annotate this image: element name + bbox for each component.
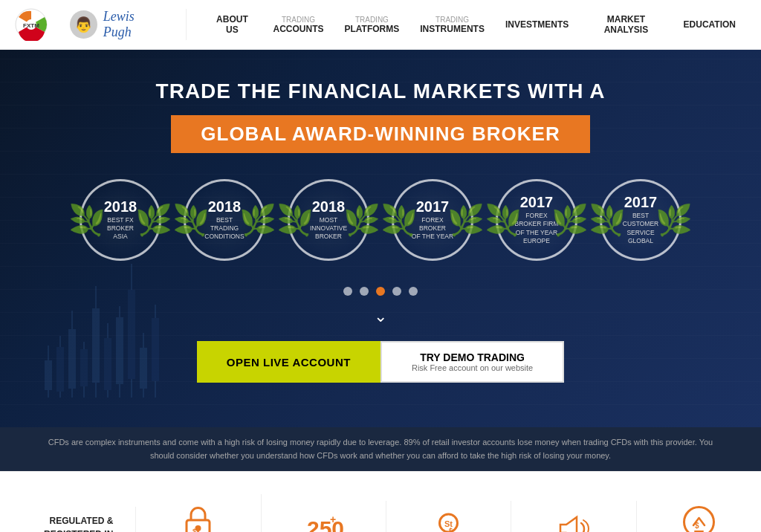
demo-button-sublabel: Risk Free account on our website <box>412 363 533 372</box>
svg-text:250: 250 <box>307 516 344 532</box>
feature-safety: $ SAFETY & SECURITY OFFUNDS <box>136 494 261 532</box>
feature-deposits: $ FREE DEPOSITS & FASTWITHDRAWALS <box>637 494 761 532</box>
svg-text:FXTM: FXTM <box>23 22 39 29</box>
account-types-icon: St ¢ <box>428 508 469 532</box>
lock-icon: $ <box>178 502 218 532</box>
slider-dot-1[interactable] <box>343 287 352 296</box>
svg-text:$: $ <box>695 522 699 530</box>
svg-text:¢: ¢ <box>449 526 453 532</box>
fxtm-logo-icon: FXTM <box>15 8 48 41</box>
hero-title: TRADE THE FINANCIAL MARKETS WITH A <box>156 80 606 103</box>
feature-regulated: REGULATED &REGISTERED IN MULTIPLEGLOBAL … <box>0 507 136 532</box>
megaphone-icon <box>553 508 594 532</box>
nav-about[interactable]: ABOUT US <box>201 0 262 50</box>
award-2017-customer-service: 2017 BESTCUSTOMERSERVICEGLOBAL <box>596 175 685 265</box>
award-2017-forex-firm: 2017 FOREXBROKER FIRMOF THE YEAREUROPE <box>492 175 581 265</box>
ambassador-area: 👨 Lewis Pugh <box>70 9 187 40</box>
slider-dot-5[interactable] <box>409 287 418 296</box>
ambassador-avatar: 👨 <box>70 10 97 39</box>
open-live-account-button[interactable]: OPEN LIVE ACCOUNT <box>197 341 380 383</box>
slider-dots <box>343 287 418 296</box>
disclaimer-text: CFDs are complex instruments and come wi… <box>0 427 761 471</box>
slider-dot-3[interactable] <box>376 287 385 296</box>
cta-buttons: OPEN LIVE ACCOUNT TRY DEMO TRADING Risk … <box>197 341 564 383</box>
award-2018-innovative: 2018 MOSTINNOVATIVEBROKER <box>284 175 373 265</box>
svg-text:$: $ <box>192 528 196 532</box>
nav-market-analysis[interactable]: MARKET ANALYSIS <box>579 0 673 50</box>
nav-accounts[interactable]: TRADING ACCOUNTS <box>262 0 334 50</box>
instruments-icon: 250 + <box>303 508 344 532</box>
slider-dot-2[interactable] <box>360 287 369 296</box>
hero-section: TRADE THE FINANCIAL MARKETS WITH A GLOBA… <box>0 50 761 427</box>
ambassador-name: Lewis Pugh <box>103 9 164 40</box>
svg-text:+: + <box>330 513 336 525</box>
feature-account-types: St ¢ GREAT CHOICE OFACCOUNT TYPES <box>386 501 511 532</box>
main-header: FXTM 👨 Lewis Pugh ABOUT US TRADING ACCOU… <box>0 0 761 50</box>
award-2018-best-fx: 2018 BEST FXBROKERASIA <box>76 175 165 265</box>
award-2017-forex-broker: 2017 FOREXBROKEROF THE YEAR <box>388 175 477 265</box>
feature-promotions: BEST PROMOTIONS &CONTESTS <box>511 501 636 532</box>
chevron-down-icon[interactable]: ⌄ <box>374 307 387 326</box>
nav-platforms[interactable]: TRADING PLATFORMS <box>334 0 409 50</box>
regulated-label: REGULATED &REGISTERED IN MULTIPLEGLOBAL … <box>11 514 113 532</box>
features-row: REGULATED &REGISTERED IN MULTIPLEGLOBAL … <box>0 471 761 532</box>
nav-instruments[interactable]: TRADING INSTRUMENTS <box>409 0 495 50</box>
awards-row: 2018 BEST FXBROKERASIA 2018 BESTTRADINGC… <box>76 175 685 265</box>
slider-dot-4[interactable] <box>392 287 401 296</box>
logo-area[interactable]: FXTM <box>15 8 48 41</box>
nav-education[interactable]: EDUCATION <box>673 0 746 50</box>
deposits-icon: $ <box>679 502 719 532</box>
feature-instruments: 250 + 250+ TRADINGINSTRUMENTS <box>262 501 386 532</box>
main-nav: ABOUT US TRADING ACCOUNTS TRADING PLATFO… <box>201 0 746 50</box>
award-2018-best-trading: 2018 BESTTRADINGCONDITIONS <box>180 175 269 265</box>
nav-investments[interactable]: INVESTMENTS <box>495 0 579 50</box>
hero-highlight: GLOBAL AWARD-WINNING BROKER <box>171 115 589 153</box>
demo-button-label: TRY DEMO TRADING <box>420 351 525 363</box>
try-demo-button[interactable]: TRY DEMO TRADING Risk Free account on ou… <box>380 341 564 383</box>
